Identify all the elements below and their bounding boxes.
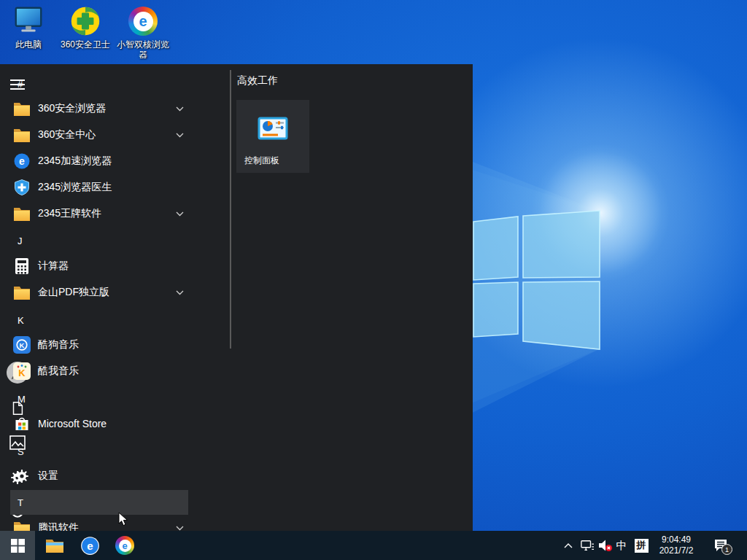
- tile-group-title: 高效工作: [237, 74, 278, 88]
- 2345-browser-icon[interactable]: e: [72, 531, 107, 560]
- kugou-music-icon: K: [13, 336, 31, 354]
- desktop-icon-xiaozhi-browser[interactable]: e 小智双核浏览器: [115, 4, 171, 60]
- xiaozhi-dual-core-browser-icon[interactable]: e: [107, 531, 142, 560]
- chevron-down-icon[interactable]: [176, 290, 184, 295]
- app-row-360-browser[interactable]: 360安全浏览器: [10, 96, 188, 122]
- chevron-down-icon[interactable]: [176, 211, 184, 217]
- app-label: Microsoft Store: [38, 418, 107, 429]
- section-header-j[interactable]: J: [10, 228, 188, 254]
- app-label: 2345加速浏览器: [38, 155, 112, 168]
- app-row-settings[interactable]: 设置: [10, 463, 188, 489]
- hidden-icons-chevron[interactable]: [560, 531, 576, 560]
- 360-safeguard-icon: [69, 4, 102, 38]
- folder-icon: [13, 100, 31, 117]
- app-row-kuwo-music[interactable]: K 酷我音乐: [10, 358, 188, 384]
- section-letter: K: [18, 315, 24, 326]
- section-header-t[interactable]: T: [10, 490, 188, 515]
- app-row-tencent-software[interactable]: 腾讯软件: [10, 515, 188, 531]
- section-header-hash[interactable]: #: [10, 71, 188, 97]
- svg-text:e: e: [87, 539, 93, 551]
- app-row-kugou-music[interactable]: K 酷狗音乐: [10, 332, 188, 358]
- app-label: 360安全中心: [38, 128, 96, 141]
- start-windows-icon[interactable]: [0, 531, 35, 560]
- app-label: 2345浏览器医生: [38, 181, 112, 194]
- tray-date: 2021/7/2: [659, 545, 694, 556]
- app-label: 金山PDF独立版: [38, 286, 109, 299]
- app-row-2345-browser-doctor[interactable]: 2345浏览器医生: [10, 174, 188, 201]
- section-letter: M: [18, 394, 26, 405]
- app-label: 360安全浏览器: [38, 102, 106, 115]
- tray-time: 9:04:49: [662, 534, 691, 545]
- start-menu: # 360安全浏览器 360安全中心 e 2345加速浏览器: [0, 64, 473, 531]
- tile-label: 控制面板: [244, 155, 279, 167]
- desktop-icon-360-safeguard[interactable]: 360安全卫士: [57, 4, 114, 50]
- app-row-microsoft-store[interactable]: Microsoft Store: [10, 411, 188, 437]
- control-panel-icon: [257, 113, 289, 148]
- app-row-kingsoft-pdf[interactable]: 金山PDF独立版: [10, 279, 188, 306]
- action-center-icon[interactable]: 1: [705, 531, 737, 560]
- this-pc-icon: [12, 4, 45, 38]
- tile-control-panel[interactable]: 控制面板: [236, 100, 309, 173]
- svg-text:e: e: [19, 155, 25, 167]
- section-header-s[interactable]: S: [10, 438, 188, 464]
- folder-icon: [13, 205, 31, 222]
- section-header-k[interactable]: K: [10, 307, 188, 333]
- app-label: 设置: [38, 470, 58, 483]
- volume-muted-icon[interactable]: [596, 531, 615, 560]
- svg-text:K: K: [18, 368, 26, 378]
- file-explorer-icon[interactable]: [37, 531, 72, 560]
- network-icon[interactable]: [578, 531, 596, 560]
- desktop-icon-label: 此电脑: [0, 39, 57, 50]
- shield-icon: [13, 179, 31, 196]
- desktop-icon-label: 360安全卫士: [57, 39, 114, 50]
- desktop-icon-this-pc[interactable]: 此电脑: [0, 4, 57, 50]
- folder-icon: [13, 284, 31, 301]
- app-row-360-center[interactable]: 360安全中心: [10, 122, 188, 148]
- settings-gear-icon: [13, 467, 31, 485]
- section-header-m[interactable]: M: [10, 386, 188, 412]
- kuwo-music-icon: K: [13, 362, 31, 380]
- desktop-icon-label: 小智双核浏览器: [115, 39, 171, 60]
- ime-mode[interactable]: 中: [614, 531, 630, 560]
- microsoft-store-icon: [13, 415, 31, 432]
- svg-text:K: K: [20, 341, 25, 349]
- folder-icon: [13, 519, 31, 531]
- section-letter: J: [18, 236, 23, 246]
- app-row-calculator[interactable]: 计算器: [10, 253, 188, 279]
- section-letter: #: [18, 79, 23, 90]
- app-row-2345-king-software[interactable]: 2345王牌软件: [10, 201, 188, 227]
- app-label: 计算器: [38, 260, 69, 273]
- taskbar: e e 中 拼 9:04:49 2021/7/: [0, 531, 747, 560]
- notification-badge: 1: [721, 544, 732, 555]
- app-label: 酷我音乐: [38, 365, 79, 378]
- app-list-scrollbar[interactable]: [230, 70, 231, 349]
- app-label: 酷狗音乐: [38, 338, 79, 351]
- ime-pinyin[interactable]: 拼: [632, 531, 651, 560]
- clock[interactable]: 9:04:49 2021/7/2: [651, 531, 702, 560]
- chevron-down-icon[interactable]: [176, 106, 184, 112]
- section-letter: T: [18, 497, 23, 508]
- calculator-icon: [13, 257, 31, 275]
- 2345-browser-icon: e: [13, 152, 31, 170]
- folder-icon: [13, 126, 31, 144]
- app-label: 腾讯软件: [38, 521, 79, 531]
- chevron-down-icon[interactable]: [176, 526, 184, 531]
- desktop-screen: 此电脑 360安全卫士 e 小智双核浏览器: [0, 0, 747, 560]
- chevron-down-icon[interactable]: [176, 133, 184, 138]
- app-row-2345-browser[interactable]: e 2345加速浏览器: [10, 148, 188, 174]
- section-letter: S: [18, 446, 24, 457]
- app-label: 2345王牌软件: [38, 207, 101, 220]
- xiaozhi-dual-core-browser-icon: e: [126, 4, 160, 38]
